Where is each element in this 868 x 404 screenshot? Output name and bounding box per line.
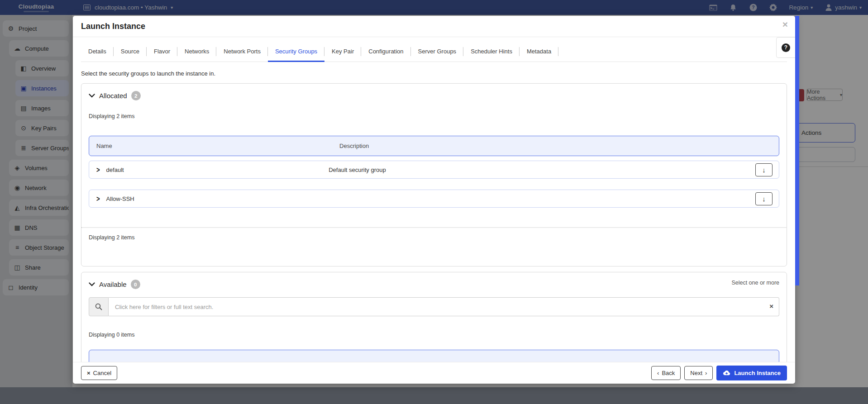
allocated-header[interactable]: Allocated 2 [89,91,779,100]
allocated-title: Allocated [99,92,127,100]
tab-security-groups[interactable]: Security Groups [268,42,324,62]
tab-scheduler-hints[interactable]: Scheduler Hints [463,42,520,62]
tab-metadata[interactable]: Metadata [520,42,558,62]
arrow-down-icon: ↓ [762,195,766,203]
chevron-right-icon[interactable]: > [96,195,100,203]
launch-instance-modal: Launch Instance × ? DetailsSourceFlavorN… [73,16,795,384]
modal-footer: × Cancel ‹ Back Next › Launch Instance [73,362,795,384]
modal-header: Launch Instance × [73,16,795,37]
security-group-description: Default security group [329,166,772,173]
available-count-badge: 0 [131,280,140,289]
arrow-down-icon: ↓ [762,166,766,174]
tab-server-groups[interactable]: Server Groups [411,42,464,62]
allocated-rows: > default Default security group ↓ > All… [89,161,779,208]
select-hint: Select one or more [731,280,779,286]
wizard-help-button[interactable]: ? [776,37,795,58]
allocated-table-header: Name Description [89,136,779,156]
modal-scrollbar-thumb[interactable] [795,16,799,285]
tab-details[interactable]: Details [81,42,114,62]
chevron-down-icon [89,282,95,286]
allocated-panel: Allocated 2 Displaying 2 items Name Desc… [81,83,787,266]
tab-networks[interactable]: Networks [177,42,216,62]
launch-label: Launch Instance [734,370,781,376]
next-button[interactable]: Next › [684,366,713,380]
cancel-label: Cancel [93,370,111,376]
filter-searchbar: × [89,297,779,316]
tab-key-pair[interactable]: Key Pair [324,42,361,62]
back-label: Back [662,370,675,376]
footer-right-group: ‹ Back Next › Launch Instance [651,366,787,380]
clear-search-icon[interactable]: × [769,302,773,310]
available-panel: Available 0 Select one or more × Display… [81,272,787,362]
column-header-description: Description [339,143,772,149]
security-group-row[interactable]: > Allow-SSH ↓ [89,190,779,208]
close-icon[interactable]: × [782,19,788,29]
deallocate-button[interactable]: ↓ [755,192,773,205]
security-group-name: Allow-SSH [106,195,134,202]
modal-title: Launch Instance [81,22,145,31]
security-group-row[interactable]: > default Default security group ↓ [89,161,779,179]
column-header-name: Name [96,143,339,149]
tab-flavor[interactable]: Flavor [147,42,177,62]
allocated-displaying-bottom: Displaying 2 items [89,234,134,241]
cancel-button[interactable]: × Cancel [81,366,117,380]
chevron-down-icon [89,94,95,98]
chevron-right-icon: › [705,370,707,376]
deallocate-button[interactable]: ↓ [755,163,773,176]
back-button[interactable]: ‹ Back [651,366,681,380]
tab-source[interactable]: Source [114,42,147,62]
launch-instance-button[interactable]: Launch Instance [716,366,787,380]
search-icon[interactable] [89,297,109,316]
tab-network-ports[interactable]: Network Ports [216,42,268,62]
wizard-tabs: DetailsSourceFlavorNetworksNetwork Ports… [81,42,787,62]
available-header[interactable]: Available 0 [89,280,779,289]
cloud-upload-icon [723,370,730,376]
available-title: Available [99,280,127,288]
available-table-header-clipped [89,350,779,362]
allocated-displaying-top: Displaying 2 items [89,113,779,119]
security-group-name: default [106,166,124,173]
chevron-right-icon[interactable]: > [96,166,100,174]
tab-configuration[interactable]: Configuration [361,42,410,62]
next-label: Next [690,370,702,376]
screen: Cloudtopiaa cloudtopiaa.com • Yashwin ▾ … [0,0,868,404]
available-displaying: Displaying 0 items [89,332,779,338]
modal-body: DetailsSourceFlavorNetworksNetwork Ports… [73,37,795,362]
allocated-count-badge: 2 [131,91,141,100]
divider [81,227,787,228]
chevron-left-icon: ‹ [657,370,659,376]
search-input[interactable] [109,297,779,316]
x-icon: × [87,370,91,376]
section-note: Select the security groups to launch the… [81,70,787,77]
question-circle-icon: ? [782,43,790,52]
